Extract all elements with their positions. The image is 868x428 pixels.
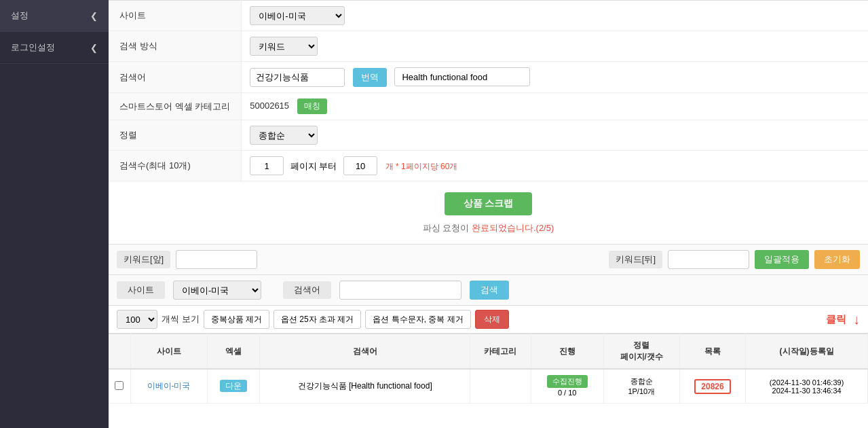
site-label: 사이트 [109,1,242,31]
search-site-select[interactable]: 이베이-미국 이베이-영국 [173,281,261,300]
row-count: 20826 [679,369,745,404]
page-from-input[interactable] [250,156,284,175]
col-count: 목록 [679,334,745,370]
row-date: (2024-11-30 01:46:39)2024-11-30 13:46:34 [746,369,868,404]
scrape-section: 상품 스크랩 [109,181,868,218]
toolbar-row: 50 100 200 개씩 보기 중복상품 제거 옵션 25자 초과 제거 옵션… [109,306,868,334]
status-badge: 수집진행 [547,375,588,388]
site-row: 사이트 이베이-미국 이베이-영국 아마존-미국 [109,1,868,31]
click-arrow: ↓ [853,312,860,327]
search-keyword-label: 검색어 [283,281,331,299]
parsing-status: 파싱 요청이 완료되었습니다.(2/5) [109,218,868,244]
category-row: 스마트스토어 엑셀 카테고리 50002615 매칭 [109,93,868,120]
keyword-after-input[interactable] [668,250,749,269]
col-excel: 엑셀 [207,334,260,370]
site-select[interactable]: 이베이-미국 이베이-영국 아마존-미국 [250,6,345,25]
parsing-status-prefix: 파싱 요청이 [423,223,472,233]
count-row: 검색수(최대 10개) 페이지 부터 개 * 1페이지당 60개 [109,151,868,181]
sidebar-item-login-settings[interactable]: 로그인설정 ❮ [0,32,109,64]
sidebar-login-chevron: ❮ [90,43,98,53]
status-detail: 0 / 10 [558,389,577,397]
col-category: 카테고리 [470,334,531,370]
category-value: 50002615 [250,101,289,111]
row-category [470,369,531,404]
method-select[interactable]: 키워드 카테고리 [250,37,318,56]
reset-button[interactable]: 초기화 [814,250,860,269]
keyword-before-input[interactable] [176,250,257,269]
match-button[interactable]: 매칭 [297,99,327,114]
page-from-label: 페이지 부터 [290,161,337,171]
form-table: 사이트 이베이-미국 이베이-영국 아마존-미국 검색 방식 키워드 카테고리 … [109,0,868,181]
click-annotation: 클릭 [826,313,846,326]
delete-button[interactable]: 삭제 [475,310,509,329]
sidebar-item-settings[interactable]: 설정 ❮ [0,0,109,32]
scrape-button[interactable]: 상품 스크랩 [445,192,533,215]
row-excel: 다운 [207,369,260,404]
table-row: 이베이-미국 다운 건강기능식품 [Health functional food… [109,369,868,404]
translate-button[interactable]: 번역 [353,68,387,87]
dedup-button[interactable]: 중복상품 제거 [204,310,269,329]
apply-button[interactable]: 일괄적용 [755,250,809,269]
main-content: 사이트 이베이-미국 이베이-영국 아마존-미국 검색 방식 키워드 카테고리 … [109,0,868,428]
col-checkbox [109,334,130,370]
option-dup-button[interactable]: 옵션 특수문자, 중복 제거 [365,310,470,329]
col-site: 사이트 [130,334,207,370]
col-keyword: 검색어 [260,334,470,370]
row-site: 이베이-미국 [130,369,207,404]
filter-row: 키워드[앞] 키워드[뒤] 일괄적용 초기화 [109,244,868,275]
row-checkbox[interactable] [115,381,124,390]
row-sort-info: 종합순1P/10개 [603,369,679,404]
option25-button[interactable]: 옵션 25자 초과 제거 [273,310,361,329]
category-label: 스마트스토어 엑셀 카테고리 [109,93,242,120]
keyword-input[interactable] [250,68,345,87]
sort-label: 정렬 [109,120,242,151]
translation-result: Health functional food [394,67,530,86]
count-label: 검색수(최대 10개) [109,151,242,181]
data-table: 사이트 엑셀 검색어 카테고리 진행 정렬페이지/갯수 목록 (시작일)등록일 … [109,334,868,404]
sort-row: 정렬 종합순 가격순 인기순 [109,120,868,151]
table-header-row: 사이트 엑셀 검색어 카테고리 진행 정렬페이지/갯수 목록 (시작일)등록일 [109,334,868,370]
sidebar-settings-label: 설정 [11,10,29,22]
col-date: (시작일)등록일 [746,334,868,370]
page-to-input[interactable] [343,156,377,175]
sidebar-settings-chevron: ❮ [90,11,98,21]
keyword-after-label: 키워드[뒤] [609,251,662,268]
search-keyword-input[interactable] [339,281,461,300]
parsing-status-complete: 완료되었습니다.(2/5) [472,223,554,233]
sidebar: 설정 ❮ 로그인설정 ❮ [0,0,109,428]
method-row: 검색 방식 키워드 카테고리 [109,31,868,62]
count-value: 20826 [694,379,730,394]
method-label: 검색 방식 [109,31,242,62]
sort-select[interactable]: 종합순 가격순 인기순 [250,126,318,145]
per-page-select[interactable]: 50 100 200 [117,310,157,329]
sidebar-login-settings-label: 로그인설정 [11,41,55,54]
keyword-before-label: 키워드[앞] [117,251,170,268]
excel-down-badge: 다운 [220,380,247,392]
search-site-label: 사이트 [117,281,165,299]
row-keyword: 건강기능식품 [Health functional food] [260,369,470,404]
per-page-label: 개씩 보기 [162,313,200,325]
row-checkbox-cell [109,369,130,404]
keyword-label: 검색어 [109,62,242,93]
row-status: 수집진행 0 / 10 [531,369,603,404]
col-progress: 진행 [531,334,603,370]
keyword-row: 검색어 번역 Health functional food [109,62,868,93]
search-row: 사이트 이베이-미국 이베이-영국 검색어 검색 [109,275,868,306]
search-button[interactable]: 검색 [470,281,509,300]
count-note: 개 * 1페이지당 60개 [385,162,458,171]
col-sort-page: 정렬페이지/갯수 [603,334,679,370]
